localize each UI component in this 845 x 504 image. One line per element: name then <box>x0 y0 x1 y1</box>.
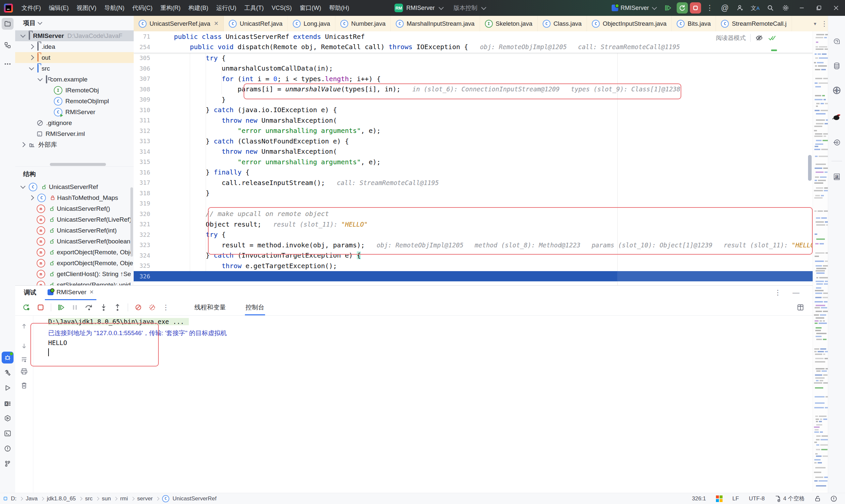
line-number[interactable]: 321 <box>134 221 150 228</box>
services-tool-icon[interactable] <box>2 412 14 424</box>
menu-item-E[interactable]: 编辑(E) <box>45 0 73 16</box>
chevron-down-icon[interactable] <box>20 184 26 189</box>
line-number[interactable]: 318 <box>134 190 150 197</box>
hide-hints-eye-icon[interactable] <box>755 34 763 42</box>
structure-item-UnicastServerRefLiveRef[interactable]: mUnicastServerRef(LiveRef) <box>15 214 134 225</box>
tree-row-IRemoteObj[interactable]: IIRemoteObj <box>15 85 134 96</box>
tree-row-RemoteObjImpl[interactable]: CRemoteObjImpl <box>15 96 134 107</box>
add-user-icon[interactable] <box>734 1 746 15</box>
breadcrumb-item-src[interactable]: src <box>85 496 93 502</box>
mentions-icon[interactable]: @ <box>718 1 732 15</box>
excel-plugin-icon[interactable]: X <box>2 398 14 410</box>
debug-view-tab-线程和变量[interactable]: 线程和变量 <box>191 300 229 315</box>
event-log-icon[interactable] <box>830 496 837 502</box>
editor-tab-Skeleton.java[interactable]: ISkeleton.java <box>480 16 538 31</box>
debug-session-tab[interactable]: RMIServer ✕ <box>45 285 96 300</box>
close-icon[interactable]: ✕ <box>89 289 94 295</box>
line-separator[interactable]: LF <box>733 496 739 502</box>
menu-item-W[interactable]: 窗口(W) <box>296 0 325 16</box>
close-button[interactable] <box>828 0 844 16</box>
close-icon[interactable]: ✕ <box>214 20 218 27</box>
search-icon[interactable] <box>764 1 777 15</box>
structure-panel-header[interactable]: 结构 <box>15 167 36 181</box>
more-tools-icon[interactable] <box>2 58 14 70</box>
menu-item-F[interactable]: 文件(F) <box>17 0 45 16</box>
line-number[interactable]: 254 <box>134 43 150 51</box>
menu-item-U[interactable]: 运行(U) <box>212 0 240 16</box>
tree-row-RMIServer[interactable]: RMIServerD:\JavaCode\JavaF <box>15 30 134 41</box>
structure-item-UnicastServerRefint[interactable]: mUnicastServerRef(int) <box>15 225 134 236</box>
tree-row-RMIServer[interactable]: CRMIServer <box>15 107 134 118</box>
line-number[interactable]: 307 <box>134 75 150 82</box>
editor-tab-Number.java[interactable]: CNumber.java <box>335 16 391 31</box>
minimize-button[interactable] <box>794 0 809 16</box>
git-tool-icon[interactable] <box>2 458 14 470</box>
editor-tab-StreamRemoteCall.j[interactable]: CStreamRemoteCall.j <box>716 16 792 31</box>
line-number[interactable]: 325 <box>134 262 150 269</box>
editor-tab-UnicastServerRef.java[interactable]: CUnicastServerRef.java✕ <box>134 16 224 31</box>
editor-tab-MarshalInputStream.java[interactable]: CMarshalInputStream.java <box>391 16 480 31</box>
debug-toolbar-more-icon[interactable]: ⋮ <box>162 304 169 311</box>
build-tool-icon[interactable] <box>2 367 14 379</box>
structure-item-exportObjectRemoteObje[interactable]: mexportObject(Remote, Obje <box>15 247 134 258</box>
maximize-button[interactable] <box>811 0 827 16</box>
menu-item-VCSS[interactable]: VCS(S) <box>268 0 296 16</box>
tree-row-.idea[interactable]: .idea <box>15 41 134 52</box>
breadcrumb-item-rmi[interactable]: rmi <box>120 496 128 502</box>
step-into-icon[interactable] <box>100 304 107 311</box>
horizontal-scrollbar[interactable] <box>50 163 106 166</box>
tree-row-src[interactable]: src <box>15 63 134 74</box>
step-over-icon[interactable] <box>85 304 93 311</box>
menu-item-C[interactable]: 代码(C) <box>128 0 156 16</box>
tabs-chevron-down-icon[interactable]: ▾ <box>814 21 816 27</box>
ai-assistant-icon[interactable] <box>831 36 843 48</box>
chevron-down-icon[interactable] <box>38 76 43 82</box>
line-number[interactable]: 316 <box>134 169 150 176</box>
vcs-widget[interactable]: 版本控制 <box>454 4 477 12</box>
windows-ime-icon[interactable] <box>716 496 723 502</box>
structure-item-setSkeletonRemotevoid[interactable]: msetSkeleton(Remote): void <box>15 280 134 285</box>
line-number[interactable]: 315 <box>134 158 150 165</box>
structure-item-HashToMethod_Maps[interactable]: CHashToMethod_Maps <box>15 192 134 203</box>
menu-item-V[interactable]: 视图(V) <box>73 0 100 16</box>
chevron-down-icon[interactable] <box>20 33 26 38</box>
code-minimap[interactable] <box>813 31 828 491</box>
chevron-right-icon[interactable] <box>29 195 34 200</box>
tree-row-外部库[interactable]: 外部库 <box>15 139 134 150</box>
vertical-scrollbar[interactable] <box>130 187 133 257</box>
breadcrumb-item-sun[interactable]: sun <box>102 496 111 502</box>
rerun-button[interactable] <box>677 2 688 14</box>
menu-item-T[interactable]: 工具(T) <box>240 0 268 16</box>
line-number[interactable]: 313 <box>134 138 150 144</box>
tree-row-out[interactable]: out <box>15 52 134 63</box>
down-stack-icon[interactable] <box>19 341 29 351</box>
tabs-more-icon[interactable]: ⋮ <box>821 20 828 28</box>
readonly-lock-icon[interactable] <box>815 496 821 502</box>
line-number[interactable]: 326 <box>134 273 150 280</box>
view-breakpoints-icon[interactable] <box>148 304 156 311</box>
menu-item-R[interactable]: 重构(R) <box>156 0 184 16</box>
editor-tab-ObjectInputStream.java[interactable]: CObjectInputStream.java <box>587 16 672 31</box>
indent-indicator[interactable]: 4 个空格 <box>775 495 805 502</box>
step-out-icon[interactable] <box>114 304 121 311</box>
resume-program-icon[interactable] <box>58 304 65 311</box>
line-number[interactable]: 317 <box>134 179 150 186</box>
line-number[interactable]: 309 <box>134 96 150 103</box>
clear-console-trash-icon[interactable] <box>19 381 29 391</box>
soft-wrap-icon[interactable] <box>19 354 29 364</box>
rerun-debug-icon[interactable] <box>22 304 30 311</box>
settings-gear-icon[interactable] <box>779 1 792 15</box>
chevron-down-icon[interactable] <box>29 65 34 71</box>
run-tool-icon[interactable] <box>2 382 14 394</box>
line-number[interactable]: 310 <box>134 107 150 113</box>
structure-item-UnicastServerRefboolean[interactable]: mUnicastServerRef(boolean) <box>15 236 134 247</box>
mute-breakpoints-icon[interactable] <box>135 304 142 311</box>
project-panel-header[interactable]: 项目 <box>15 16 134 30</box>
line-number[interactable]: 312 <box>134 127 150 134</box>
problems-tool-icon[interactable] <box>2 443 14 454</box>
translate-icon[interactable]: 文A <box>749 1 762 15</box>
line-number[interactable]: 71 <box>134 33 150 40</box>
editor-tab-Class.java[interactable]: CClass.java <box>538 16 587 31</box>
breadcrumb-item-server[interactable]: server <box>137 496 153 502</box>
tree-row-com.example[interactable]: com.example <box>15 74 134 85</box>
